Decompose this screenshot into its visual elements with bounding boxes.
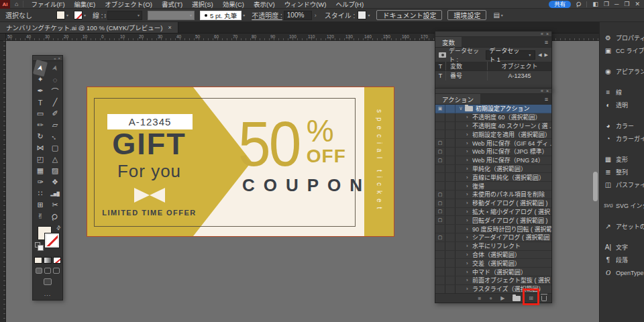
toggle-item-checkbox[interactable]: ▢	[435, 199, 445, 207]
expander-icon[interactable]: ›	[466, 269, 472, 275]
action-row[interactable]: ▣ ∨ 初期設定アクション	[435, 105, 551, 113]
vertical-scrollbar[interactable]	[593, 172, 598, 201]
close-icon[interactable]: ×	[58, 56, 60, 60]
action-row[interactable]: › 合体（選択範囲）	[435, 251, 551, 260]
collapse-icon[interactable]: «	[54, 56, 56, 60]
action-row[interactable]: › 90 度反時計回り回転 ( 選択範囲 )	[435, 225, 551, 233]
expander-icon[interactable]: ›	[466, 123, 472, 129]
action-row[interactable]: ▢ › 未使用のパネル項目を削除	[435, 191, 551, 199]
toggle-item-checkbox[interactable]	[435, 225, 445, 233]
expander-icon[interactable]: ›	[466, 114, 472, 120]
toggle-item-checkbox[interactable]: ▢	[435, 148, 445, 156]
panel-menu-icon[interactable]: ≡	[545, 37, 551, 47]
dialog-toggle-cell[interactable]	[445, 285, 455, 293]
tool-button[interactable]: ❖	[48, 176, 62, 188]
close-icon[interactable]: ×	[546, 89, 549, 93]
dialog-toggle-cell[interactable]	[445, 113, 455, 121]
record-icon[interactable]: ●	[489, 295, 492, 301]
menu-item[interactable]: 効果(C)	[218, 0, 249, 9]
tool-button[interactable]: ↻	[33, 131, 48, 142]
menu-item[interactable]: ヘルプ(H)	[331, 0, 368, 9]
tool-button[interactable]: ⌒	[48, 85, 62, 97]
dialog-toggle-cell[interactable]	[445, 233, 455, 241]
chevron-down-icon[interactable]: ▾	[84, 13, 86, 17]
dialog-toggle-cell[interactable]	[445, 182, 455, 190]
dock-item[interactable]: ↗ アセットの...	[600, 220, 644, 233]
dataset-dropdown[interactable]: データセット 1▾	[486, 50, 535, 60]
workspace-layout-icon[interactable]: ◧	[592, 1, 598, 7]
chevron-down-icon[interactable]: ▾	[243, 13, 245, 17]
action-row[interactable]: ▢ › Web 用に保存（GIF 64 ディ ...	[435, 139, 551, 148]
collapse-icon[interactable]: «	[541, 32, 543, 36]
dialog-toggle-cell[interactable]	[445, 242, 455, 250]
menu-item[interactable]: オブジェクト(O)	[100, 0, 157, 9]
draw-behind-button[interactable]	[44, 268, 51, 274]
toggle-item-checkbox[interactable]	[435, 173, 445, 181]
action-row[interactable]: › 不透明度 60（選択範囲）	[435, 113, 551, 122]
tool-button[interactable]: ∷	[33, 188, 48, 199]
toggle-item-checkbox[interactable]	[435, 242, 445, 250]
expander-icon[interactable]: ›	[466, 174, 472, 180]
dialog-toggle-cell[interactable]	[445, 268, 455, 276]
minimize-icon[interactable]: ─	[614, 1, 619, 7]
menu-item[interactable]: 表示(V)	[249, 0, 280, 9]
menu-item[interactable]: ウィンドウ(W)	[280, 0, 331, 9]
search-icon[interactable]: Q	[575, 0, 583, 8]
dock-item[interactable]: SVG SVG インタ...	[600, 199, 644, 212]
dialog-toggle-cell[interactable]	[445, 276, 455, 284]
tool-button[interactable]: ▦	[33, 165, 48, 176]
expander-icon[interactable]: ∨	[459, 105, 465, 111]
expander-icon[interactable]: ›	[466, 131, 472, 138]
dock-item[interactable]: ▦ 変形	[600, 153, 644, 166]
toggle-item-checkbox[interactable]: ▣	[435, 105, 445, 113]
tool-button[interactable]: ✌	[33, 211, 48, 222]
toggle-item-checkbox[interactable]: ▢	[435, 208, 445, 216]
dialog-toggle-cell[interactable]	[445, 191, 455, 199]
toggle-item-checkbox[interactable]: ▢	[435, 139, 445, 147]
toggle-item-checkbox[interactable]	[435, 268, 445, 276]
expander-icon[interactable]: ›	[466, 226, 472, 232]
menu-item[interactable]: ファイル(F)	[26, 0, 69, 9]
panel-options-icon[interactable]: ▤	[493, 11, 499, 19]
expander-icon[interactable]: ›	[466, 140, 472, 146]
opacity-value-field[interactable]: 100%	[284, 11, 312, 20]
dock-item[interactable]: ≡ 線	[600, 86, 644, 99]
dialog-toggle-cell[interactable]	[445, 139, 455, 147]
action-row[interactable]: ▢ › シアーダイアログ ( 選択範囲 )	[435, 233, 551, 242]
action-row[interactable]: ▢ › 回転ダイアログ ( 選択範囲 )	[435, 216, 551, 225]
collapse-icon[interactable]: «	[541, 89, 543, 93]
document-setup-button[interactable]: ドキュメント設定	[376, 10, 442, 20]
dialog-toggle-cell[interactable]	[445, 251, 455, 259]
toggle-item-checkbox[interactable]: ▢	[435, 191, 445, 199]
tab-actions[interactable]: アクション	[435, 94, 480, 104]
tool-button[interactable]: ▭	[33, 108, 48, 119]
chevron-down-icon[interactable]: ▾	[66, 13, 68, 17]
dock-item[interactable]: ◐ 透明	[600, 99, 644, 111]
close-icon[interactable]: ✕	[635, 1, 640, 7]
close-icon[interactable]: ×	[546, 32, 549, 36]
tool-button[interactable]: ✐	[48, 108, 62, 119]
tool-button[interactable]: ╱	[48, 97, 62, 108]
expander-icon[interactable]: ›	[466, 286, 472, 292]
dock-item[interactable]: ⚙ プロパティ	[600, 32, 644, 44]
dock-item[interactable]: ◫ パスファイン...	[600, 178, 644, 191]
tool-button[interactable]: ✑	[33, 176, 48, 188]
action-row[interactable]: › 復帰	[435, 182, 551, 191]
action-row[interactable]: › 交差（選択範囲）	[435, 259, 551, 268]
stop-icon[interactable]: ■	[478, 295, 481, 301]
action-row[interactable]: › 中マド（選択範囲）	[435, 268, 551, 276]
menu-item[interactable]: 選択(S)	[187, 0, 218, 9]
home-icon[interactable]: ⌂	[10, 1, 23, 7]
tool-button[interactable]: △	[48, 154, 62, 165]
expander-icon[interactable]: ›	[466, 191, 472, 197]
menu-item[interactable]: 書式(T)	[157, 0, 187, 9]
draw-normal-button[interactable]	[36, 268, 42, 274]
dock-item[interactable]: ▣ CC ライブラリ	[600, 44, 644, 57]
expander-icon[interactable]: ›	[466, 217, 472, 223]
arrange-documents-icon[interactable]: ❐	[604, 1, 609, 7]
dock-item[interactable]: ◉ アピアランス	[600, 65, 644, 78]
chevron-down-icon[interactable]: ▾	[368, 13, 370, 17]
action-row[interactable]: ▢ › Web 用に保存（JPG 標準）	[435, 148, 551, 156]
expander-icon[interactable]: ›	[466, 166, 472, 172]
toggle-item-checkbox[interactable]	[435, 113, 445, 121]
